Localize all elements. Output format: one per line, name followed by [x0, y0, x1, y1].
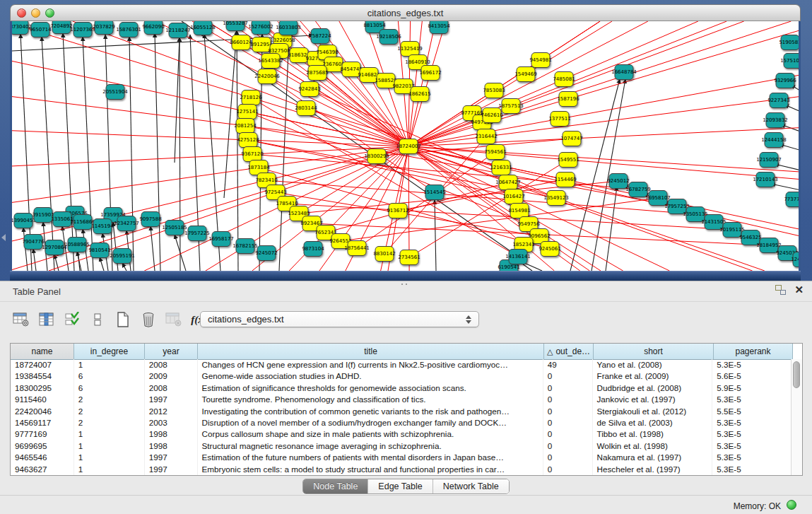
- delete-column-button[interactable]: [139, 310, 158, 329]
- table-row[interactable]: 946362711997Embryonic stem cells: a mode…: [11, 464, 792, 475]
- graph-node[interactable]: 9662090: [142, 21, 164, 35]
- graph-node[interactable]: 9227343: [767, 93, 789, 108]
- column-header-title[interactable]: title: [198, 344, 544, 359]
- graph-node[interactable]: 7853083: [483, 83, 505, 98]
- scrollbar-thumb[interactable]: [793, 361, 800, 388]
- column-header-out_de[interactable]: △out_de…: [544, 344, 594, 359]
- minimize-window-button[interactable]: [31, 8, 40, 18]
- graph-node[interactable]: 12444158: [761, 133, 787, 148]
- graph-node[interactable]: 8413054: [428, 21, 450, 34]
- graph-node[interactable]: 7462610: [481, 108, 502, 123]
- graph-node[interactable]: 5190583: [779, 35, 799, 50]
- graph-node[interactable]: 2037829: [93, 21, 114, 35]
- left-edge-collapse-handle[interactable]: [1, 234, 6, 241]
- graph-node[interactable]: 15876301: [116, 23, 141, 37]
- graph-node[interactable]: 10588965: [64, 238, 90, 252]
- graph-node[interactable]: 9245072: [255, 246, 277, 261]
- graph-node[interactable]: 1514545: [423, 185, 445, 200]
- graph-node[interactable]: 9136712: [387, 204, 408, 218]
- graph-node[interactable]: 16543382: [258, 54, 283, 69]
- column-header-short[interactable]: short: [594, 344, 714, 359]
- graph-node[interactable]: 19218506: [376, 30, 401, 45]
- graph-node[interactable]: 9367120: [241, 147, 263, 162]
- graph-node[interactable]: 14136141: [505, 250, 531, 264]
- table-row[interactable]: 977716911998Corpus callosum shape and si…: [11, 428, 792, 440]
- graph-node[interactable]: 20595191: [110, 249, 135, 264]
- graph-node[interactable]: 7485081: [553, 72, 575, 87]
- tab-edge-table[interactable]: Edge Table: [367, 479, 432, 493]
- table-row[interactable]: 2242004622012Investigating the contribut…: [11, 406, 792, 417]
- graph-node[interactable]: 18756441: [344, 241, 370, 256]
- graph-node[interactable]: 10553287: [223, 21, 248, 31]
- graph-node[interactable]: 1074747: [560, 132, 582, 146]
- window-titlebar[interactable]: citations_edges.txt: [10, 4, 801, 21]
- graph-node[interactable]: 16782155: [233, 239, 258, 254]
- graph-node[interactable]: 16055128: [190, 21, 216, 35]
- graph-node[interactable]: 12342757: [114, 216, 139, 231]
- graph-node[interactable]: 20551904: [102, 85, 128, 100]
- graph-node[interactable]: 16033803: [276, 21, 301, 35]
- graph-node[interactable]: 1216331: [490, 160, 512, 175]
- tab-node-table[interactable]: Node Table: [303, 479, 367, 493]
- table-row[interactable]: 969969511998Structural magnetic resonanc…: [11, 440, 792, 452]
- table-row[interactable]: 1456911722003Disruption of a novel membe…: [11, 417, 792, 428]
- graph-node[interactable]: 15751074: [780, 54, 799, 69]
- graph-node[interactable]: 2734561: [398, 250, 420, 265]
- graph-node[interactable]: 1377511: [548, 112, 570, 127]
- graph-node[interactable]: 18757513: [498, 99, 524, 114]
- graph-node[interactable]: 1016427: [502, 189, 524, 204]
- graph-node[interactable]: 8154981: [508, 204, 530, 218]
- table-row[interactable]: 1938455462009Genome-wide association stu…: [11, 370, 792, 382]
- graph-node[interactable]: 1696172: [419, 66, 441, 81]
- graph-node[interactable]: 1275141: [236, 105, 258, 119]
- graph-node[interactable]: 16648784: [611, 65, 637, 80]
- graph-node[interactable]: 9097588: [139, 212, 161, 227]
- graph-node[interactable]: 9650714: [29, 23, 52, 37]
- zoom-window-button[interactable]: [45, 8, 54, 18]
- graph-node[interactable]: 2718126: [240, 90, 262, 105]
- graph-node[interactable]: 13549123: [543, 191, 569, 206]
- graph-node[interactable]: 17957225: [184, 226, 210, 241]
- graph-node[interactable]: 11325419: [397, 42, 423, 57]
- graph-node[interactable]: 18300295: [364, 149, 389, 164]
- graph-node[interactable]: 12150907: [756, 153, 782, 168]
- select-columns-button[interactable]: [62, 310, 81, 329]
- graph-node[interactable]: 7737752: [784, 192, 799, 207]
- table-row[interactable]: 911546021997Tourette syndrome. Phenomeno…: [11, 394, 792, 405]
- graph-node[interactable]: 9873104: [302, 242, 324, 257]
- graph-node[interactable]: 12505185: [162, 221, 187, 235]
- table-vertical-scrollbar[interactable]: [791, 359, 802, 475]
- table-row[interactable]: 946554611997Estimation of the future num…: [11, 452, 792, 463]
- graph-node[interactable]: 9454981: [529, 53, 551, 68]
- graph-node[interactable]: 7204892: [50, 21, 72, 34]
- graph-node[interactable]: 1154469: [554, 173, 576, 187]
- graph-node[interactable]: 9242843: [298, 82, 320, 97]
- tab-network-table[interactable]: Network Table: [433, 479, 509, 493]
- graph-node[interactable]: 2875685: [306, 66, 328, 81]
- graph-node[interactable]: 17210143: [753, 173, 778, 187]
- create-column-button[interactable]: [113, 310, 132, 329]
- row-stack-button[interactable]: [88, 310, 107, 329]
- graph-node[interactable]: 7594561: [484, 145, 506, 160]
- network-canvas[interactable]: 1872400786601248912954132260588327508165…: [10, 21, 801, 271]
- close-window-button[interactable]: [17, 8, 26, 18]
- graph-node[interactable]: 9329966: [774, 74, 796, 88]
- table-selector-dropdown[interactable]: citations_edges.txt: [200, 311, 479, 327]
- graph-node[interactable]: 15276002: [248, 21, 273, 35]
- graph-node[interactable]: 12970864: [42, 240, 67, 255]
- column-header-pagerank[interactable]: pagerank: [714, 344, 793, 359]
- table-row[interactable]: 1830029562008Estimation of significance …: [11, 382, 792, 394]
- graph-node[interactable]: 1145194: [91, 219, 114, 234]
- graph-node[interactable]: 10647427: [495, 175, 521, 190]
- graph-node[interactable]: 7587224: [309, 29, 331, 44]
- column-header-name[interactable]: name: [11, 344, 74, 359]
- column-header-in_degree[interactable]: in_degree: [74, 344, 145, 359]
- close-panel-icon[interactable]: ✕: [794, 285, 804, 295]
- graph-node[interactable]: 12093832: [763, 113, 788, 128]
- column-header-year[interactable]: year: [145, 344, 198, 359]
- graph-node[interactable]: 22420046: [254, 69, 280, 84]
- network-svg[interactable]: 1872400786601248912954132260588327508165…: [12, 21, 799, 271]
- graph-node[interactable]: 9810541: [88, 243, 110, 258]
- graph-node[interactable]: 2081254: [234, 119, 257, 134]
- float-panel-icon[interactable]: [775, 285, 786, 295]
